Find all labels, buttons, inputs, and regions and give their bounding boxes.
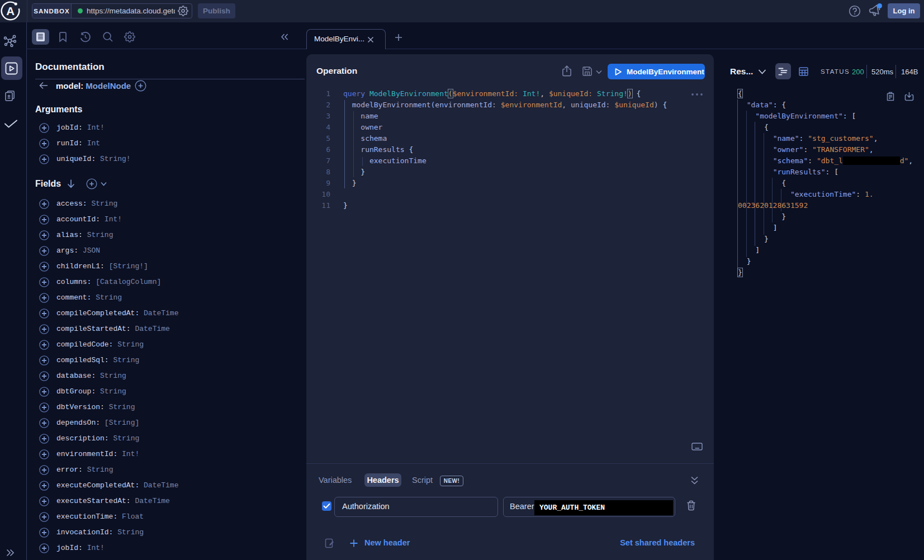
svg-text:A: A [6, 4, 15, 17]
